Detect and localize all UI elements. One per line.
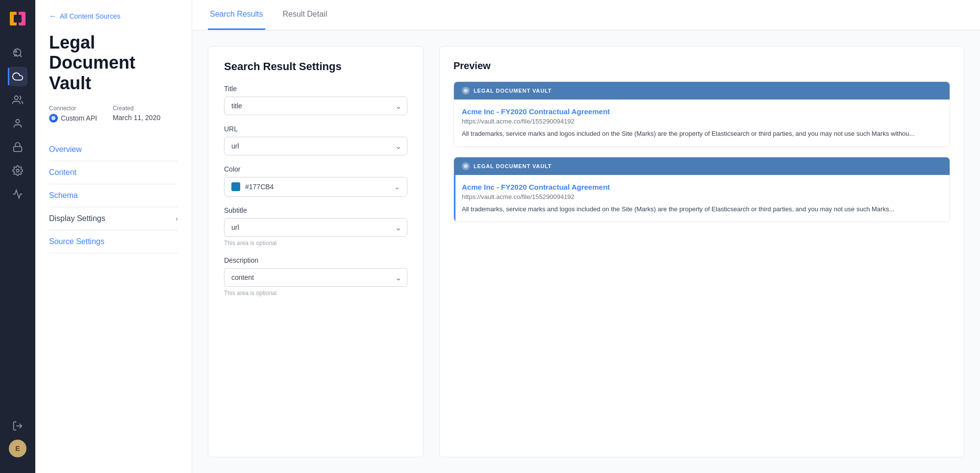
title-label: Title [224, 85, 407, 93]
svg-point-9 [16, 169, 19, 172]
connector-icon [49, 114, 58, 123]
left-panel: ← All Content Sources Legal Document Vau… [35, 0, 192, 473]
preview-card-1-body: Acme Inc - FY2020 Contractual Agreement … [454, 100, 950, 147]
title-field-group: Title title name subject ⌄ [224, 85, 407, 115]
nav-lock[interactable] [8, 137, 27, 157]
connector-label: Connector [49, 105, 97, 112]
description-select-wrapper: content body summary ⌄ [224, 268, 407, 287]
color-label: Color [224, 165, 407, 173]
nav-source-settings-label: Source Settings [49, 237, 104, 246]
svg-point-6 [15, 96, 18, 100]
nav-source-settings[interactable]: Source Settings [49, 230, 178, 253]
created-meta: Created March 11, 2020 [113, 105, 160, 123]
nav-display-settings-label: Display Settings [49, 214, 105, 223]
right-content: Search Results Result Detail Search Resu… [192, 0, 980, 473]
result-snippet-2: All trademarks, service marks and logos … [462, 204, 942, 214]
url-label: URL [224, 125, 407, 133]
description-field-group: Description content body summary ⌄ This … [224, 256, 407, 297]
svg-point-11 [51, 116, 55, 120]
connector-name: Custom API [61, 114, 97, 122]
form-title: Search Result Settings [224, 60, 407, 73]
nav-menu: Overview Content Schema Display Settings… [49, 138, 178, 253]
nav-settings[interactable] [8, 161, 27, 180]
subtitle-label: Subtitle [224, 206, 407, 214]
description-label: Description [224, 256, 407, 264]
preview-card-2-body: Acme Inc - FY2020 Contractual Agreement … [454, 175, 950, 222]
svg-rect-3 [14, 15, 22, 23]
nav-logout[interactable] [8, 416, 27, 436]
result-url-2: https://vault.acme.co/file/155290094192 [462, 193, 942, 200]
svg-point-7 [16, 120, 19, 123]
svg-point-5 [15, 50, 17, 52]
result-title-1[interactable]: Acme Inc - FY2020 Contractual Agreement [462, 107, 942, 116]
nav-schema-label: Schema [49, 191, 78, 200]
nav-user[interactable] [8, 114, 27, 133]
color-select[interactable]: #177CB4 ⌄ [224, 177, 407, 197]
result-snippet-1: All trademarks, service marks and logos … [462, 129, 942, 139]
url-select-wrapper: url link href ⌄ [224, 137, 407, 155]
subtitle-field-group: Subtitle url subtitle description ⌄ This… [224, 206, 407, 247]
nav-search-users[interactable] [8, 43, 27, 63]
settings-form: Search Result Settings Title title name … [208, 46, 424, 457]
icon-sidebar: E [0, 0, 35, 473]
svg-rect-8 [14, 147, 22, 151]
source-name-2: LEGAL DOCUMENT VAULT [474, 163, 552, 169]
nav-overview-label: Overview [49, 145, 82, 154]
nav-content[interactable]: Content [49, 161, 178, 184]
preview-title: Preview [453, 60, 950, 72]
preview-card-1-header: LEGAL DOCUMENT VAULT [454, 82, 950, 100]
subtitle-select[interactable]: url subtitle description [224, 218, 407, 237]
content-area: Search Result Settings Title title name … [192, 30, 980, 473]
tab-search-results[interactable]: Search Results [208, 0, 265, 30]
tab-result-detail[interactable]: Result Detail [281, 0, 329, 30]
tabs-bar: Search Results Result Detail [192, 0, 980, 30]
subtitle-select-wrapper: url subtitle description ⌄ [224, 218, 407, 237]
color-value: #177CB4 [245, 183, 274, 191]
nav-content-label: Content [49, 168, 76, 177]
nav-team[interactable] [8, 90, 27, 110]
result-title-2[interactable]: Acme Inc - FY2020 Contractual Agreement [462, 183, 942, 191]
preview-panel: Preview LEGAL DOCUMENT VAULT Acme Inc - … [439, 46, 964, 457]
nav-display-settings[interactable]: Display Settings › [49, 207, 178, 230]
preview-card-2-header: LEGAL DOCUMENT VAULT [454, 157, 950, 175]
preview-card-2: LEGAL DOCUMENT VAULT Acme Inc - FY2020 C… [453, 157, 950, 223]
description-select[interactable]: content body summary [224, 268, 407, 287]
preview-card-1: LEGAL DOCUMENT VAULT Acme Inc - FY2020 C… [453, 81, 950, 147]
svg-point-13 [464, 164, 468, 168]
source-icon-2 [462, 162, 470, 170]
title-select[interactable]: title name subject [224, 97, 407, 115]
color-field-group: Color #177CB4 ⌄ [224, 165, 407, 197]
result-url-1: https://vault.acme.co/file/155290094192 [462, 118, 942, 125]
color-chevron: ⌄ [394, 183, 400, 191]
nav-schema[interactable]: Schema [49, 184, 178, 207]
source-title: Legal Document Vault [49, 32, 178, 93]
user-avatar[interactable]: E [9, 440, 26, 457]
url-select[interactable]: url link href [224, 137, 407, 155]
url-field-group: URL url link href ⌄ [224, 125, 407, 155]
source-name-1: LEGAL DOCUMENT VAULT [474, 88, 552, 94]
subtitle-hint: This area is optional [224, 240, 407, 247]
source-icon-1 [462, 87, 470, 95]
main-wrapper: ← All Content Sources Legal Document Vau… [35, 0, 980, 473]
tab-search-results-label: Search Results [210, 10, 263, 18]
nav-analytics[interactable] [8, 184, 27, 204]
title-select-wrapper: title name subject ⌄ [224, 97, 407, 115]
nav-cloud[interactable] [8, 67, 27, 86]
meta-row: Connector Custom API Created March 11, 2… [49, 105, 178, 123]
display-settings-chevron: › [176, 215, 178, 223]
back-link-text: All Content Sources [60, 12, 121, 20]
connector-value: Custom API [49, 114, 97, 123]
nav-overview[interactable]: Overview [49, 138, 178, 161]
created-label: Created [113, 105, 160, 112]
back-link[interactable]: ← All Content Sources [49, 12, 178, 21]
connector-meta: Connector Custom API [49, 105, 97, 123]
app-logo[interactable] [7, 8, 28, 29]
created-value: March 11, 2020 [113, 114, 160, 122]
tab-result-detail-label: Result Detail [283, 10, 327, 18]
svg-point-12 [464, 89, 468, 93]
back-arrow: ← [49, 12, 57, 21]
color-swatch [231, 182, 240, 191]
description-hint: This area is optional [224, 290, 407, 297]
